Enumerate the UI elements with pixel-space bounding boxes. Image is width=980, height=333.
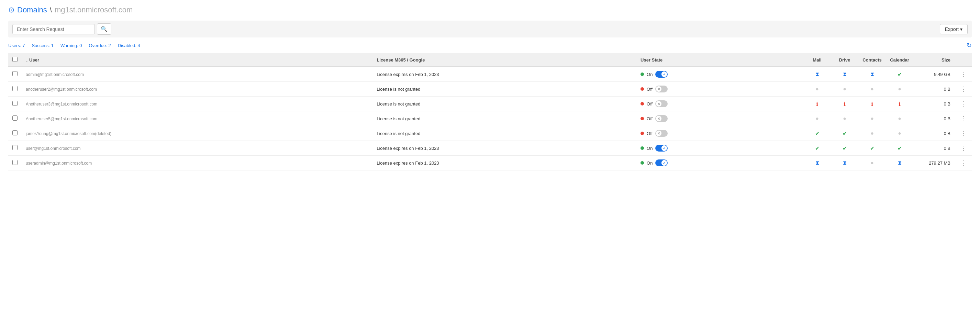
- check-icon: ✔: [870, 145, 875, 151]
- row-state: Off ✕: [636, 126, 803, 141]
- row-checkbox[interactable]: [13, 71, 18, 76]
- hourglass-icon: ⧗: [870, 71, 874, 77]
- export-button[interactable]: Export ▾: [940, 24, 967, 34]
- row-checkbox-cell: [8, 156, 22, 170]
- row-drive: ⧗: [831, 67, 858, 82]
- breadcrumb-domain: mg1st.onmicrosoft.com: [55, 5, 133, 14]
- grey-dot-icon: ●: [843, 86, 846, 92]
- stat-users[interactable]: Users: 7: [8, 43, 25, 48]
- row-license: License expires on Feb 1, 2023: [372, 156, 636, 170]
- header-calendar: Calendar: [886, 53, 913, 67]
- stat-success[interactable]: Success: 1: [32, 43, 54, 48]
- row-license: License is not granted: [372, 112, 636, 126]
- row-checkbox-cell: [8, 141, 22, 156]
- error-icon: ℹ: [843, 101, 846, 107]
- stat-overdue[interactable]: Overdue: 2: [89, 43, 111, 48]
- error-icon: ℹ: [899, 101, 900, 107]
- row-checkbox[interactable]: [13, 101, 18, 106]
- row-drive: ✔: [831, 141, 858, 156]
- header-checkbox-cell: [8, 53, 22, 67]
- state-dot: [641, 87, 644, 91]
- header-actions: [955, 53, 972, 67]
- header-license: License M365 / Google: [372, 53, 636, 67]
- stat-disabled[interactable]: Disabled: 4: [118, 43, 140, 48]
- row-menu-button[interactable]: ⋮: [959, 143, 967, 153]
- row-menu-button[interactable]: ⋮: [959, 114, 967, 123]
- row-actions: ⋮: [955, 97, 972, 112]
- hourglass-icon: ⧗: [815, 71, 819, 77]
- row-drive: ●: [831, 82, 858, 97]
- grey-dot-icon: ●: [815, 86, 819, 92]
- row-calendar: ⧗: [886, 156, 913, 170]
- toggle-on[interactable]: ✓: [655, 159, 668, 166]
- row-actions: ⋮: [955, 141, 972, 156]
- state-label: Off: [647, 101, 652, 107]
- row-mail: ✔: [803, 141, 831, 156]
- search-button[interactable]: 🔍: [97, 23, 111, 35]
- export-label: Export: [945, 27, 959, 32]
- row-calendar: ℹ: [886, 97, 913, 112]
- header-drive: Drive: [831, 53, 858, 67]
- row-email: Anotheruser5@mg1st.onmicrosoft.com: [22, 112, 372, 126]
- toggle-off[interactable]: ✕: [655, 86, 668, 92]
- table-row: admin@mg1st.onmicrosoft.com License expi…: [8, 67, 972, 82]
- toggle-off[interactable]: ✕: [655, 100, 668, 107]
- row-license: License expires on Feb 1, 2023: [372, 67, 636, 82]
- row-checkbox[interactable]: [13, 145, 18, 150]
- check-icon: ✔: [843, 130, 847, 137]
- row-checkbox[interactable]: [13, 160, 18, 165]
- toggle-on[interactable]: ✓: [655, 71, 668, 78]
- select-all-checkbox[interactable]: [13, 57, 18, 62]
- row-checkbox-cell: [8, 67, 22, 82]
- check-icon: ✔: [897, 71, 902, 78]
- toggle-on[interactable]: ✓: [655, 145, 668, 151]
- grey-dot-icon: ●: [870, 130, 874, 136]
- grey-dot-icon: ●: [898, 86, 901, 92]
- row-size: 0 B: [913, 141, 955, 156]
- state-label: On: [647, 146, 652, 151]
- row-license: License is not granted: [372, 126, 636, 141]
- breadcrumb-title[interactable]: Domains: [17, 5, 47, 14]
- state-dot: [641, 147, 644, 150]
- row-menu-button[interactable]: ⋮: [959, 129, 967, 138]
- state-label: On: [647, 161, 652, 166]
- hourglass-icon: ⧗: [843, 71, 847, 77]
- grey-dot-icon: ●: [815, 115, 819, 122]
- page-wrapper: ⊙ Domains \ mg1st.onmicrosoft.com 🔍 Expo…: [0, 0, 980, 176]
- row-checkbox[interactable]: [13, 86, 18, 91]
- row-actions: ⋮: [955, 82, 972, 97]
- toggle-off[interactable]: ✕: [655, 130, 668, 137]
- check-icon: ✔: [843, 145, 847, 151]
- hourglass-icon: ⧗: [843, 160, 847, 166]
- grey-dot-icon: ●: [898, 130, 901, 136]
- state-dot: [641, 132, 644, 135]
- hourglass-icon: ⧗: [898, 160, 902, 166]
- state-label: Off: [647, 116, 652, 121]
- row-menu-button[interactable]: ⋮: [959, 84, 967, 94]
- row-menu-button[interactable]: ⋮: [959, 99, 967, 108]
- refresh-icon[interactable]: ↻: [967, 41, 972, 49]
- grey-dot-icon: ●: [870, 160, 874, 166]
- user-sort-label[interactable]: ↓ User: [26, 57, 39, 62]
- row-drive: ✔: [831, 126, 858, 141]
- row-menu-button[interactable]: ⋮: [959, 158, 967, 168]
- search-input[interactable]: [13, 24, 95, 34]
- check-icon: ✔: [815, 130, 819, 137]
- row-calendar: ✔: [886, 141, 913, 156]
- header-state: User State: [636, 53, 803, 67]
- row-contacts: ℹ: [858, 97, 886, 112]
- check-icon: ✔: [815, 145, 819, 151]
- row-checkbox[interactable]: [13, 115, 18, 121]
- row-contacts: ●: [858, 126, 886, 141]
- row-calendar: ●: [886, 112, 913, 126]
- row-actions: ⋮: [955, 112, 972, 126]
- table-row: anotheruser2@mg1st.onmicrosoft.com Licen…: [8, 82, 972, 97]
- row-mail: ⧗: [803, 156, 831, 170]
- grey-dot-icon: ●: [870, 86, 874, 92]
- stat-warning[interactable]: Warning: 0: [60, 43, 82, 48]
- state-dot: [641, 73, 644, 76]
- row-state: On ✓: [636, 141, 803, 156]
- row-checkbox[interactable]: [13, 130, 18, 135]
- toggle-off[interactable]: ✕: [655, 115, 668, 122]
- row-menu-button[interactable]: ⋮: [959, 69, 967, 79]
